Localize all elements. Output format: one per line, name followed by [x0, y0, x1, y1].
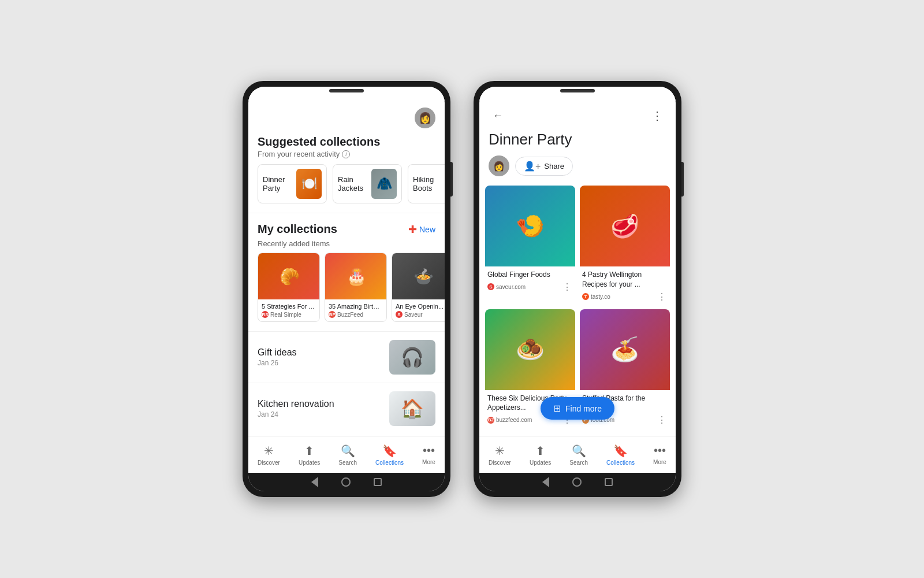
nav-more-label-2: More	[653, 459, 666, 465]
collection-info-1: Gift ideas Jan 26	[258, 347, 389, 367]
collection-name-1: Gift ideas	[258, 347, 389, 358]
grid-card-2[interactable]: 🥩 4 Pastry Wellington Recipes for your .…	[580, 186, 670, 305]
grid-card-1[interactable]: 🍤 Global Finger Foods S saveur.com ⋮	[485, 186, 575, 305]
grid-card-more-2[interactable]: ⋮	[656, 291, 668, 302]
android-nav-1	[248, 473, 445, 491]
my-collections-section: My collections ✚ New Recently added item…	[248, 218, 445, 434]
source-logo-3: S	[396, 311, 403, 318]
screen-2: ← ⋮ Dinner Party 👩 👤+ Share 🍤	[479, 101, 676, 436]
home-nav-1[interactable]	[341, 477, 351, 487]
nav-updates-label-1: Updates	[299, 460, 320, 466]
nav-discover-2[interactable]: ✳ Discover	[489, 444, 511, 466]
item-info-3: An Eye Openin... S Saveur	[392, 299, 445, 321]
nav-more-2[interactable]: ••• More	[653, 444, 666, 465]
more-button[interactable]: ⋮	[648, 106, 666, 125]
recents-nav-1[interactable]	[374, 478, 382, 486]
item-card-3[interactable]: 🍲 An Eye Openin... S Saveur	[392, 253, 445, 322]
item-title-1: 5 Strategies For A Fab...	[262, 303, 316, 310]
grid-card-img-3: 🧆	[485, 309, 575, 390]
bottom-nav-1: ✳ Discover ⬆ Updates 🔍 Search 🔖 Collecti…	[248, 436, 445, 473]
nav-collections-1[interactable]: 🔖 Collections	[375, 444, 404, 466]
screen-1: 👩 Suggested collections From your recent…	[248, 101, 445, 436]
nav-updates-1[interactable]: ⬆ Updates	[299, 444, 320, 466]
suggested-card-label: Dinner Party	[263, 175, 293, 192]
collection-gift-ideas[interactable]: Gift ideas Jan 26 🎧	[248, 331, 445, 383]
nav-collections-label-2: Collections	[606, 460, 635, 466]
home-nav-2[interactable]	[572, 477, 582, 487]
find-more-icon: ⊞	[553, 403, 561, 414]
nav-search-1[interactable]: 🔍 Search	[338, 444, 357, 466]
collection-thumb-1: 🎧	[389, 340, 435, 375]
back-nav-1[interactable]	[311, 477, 318, 487]
suggested-card-thumb: 🍽️	[296, 169, 322, 199]
updates-icon-2: ⬆	[535, 444, 545, 458]
new-label: New	[419, 225, 435, 234]
owner-avatar: 👩	[489, 155, 509, 176]
nav-more-1[interactable]: ••• More	[422, 444, 435, 465]
suggested-card-rain-jackets[interactable]: Rain Jackets 🧥	[333, 164, 402, 203]
item-source-2: BF BuzzFeed	[329, 311, 383, 318]
suggested-subtitle: From your recent activity i	[248, 150, 445, 164]
item-title-2: 35 Amazing Birthcake...	[329, 303, 383, 310]
item-source-1: RS Real Simple	[262, 311, 316, 318]
grid-card-more-4[interactable]: ⋮	[656, 414, 668, 425]
nav-search-label-1: Search	[338, 460, 357, 466]
avatar[interactable]: 👩	[415, 108, 435, 128]
page-title: Dinner Party	[479, 131, 676, 155]
more-icon-1: •••	[423, 444, 435, 457]
nav-search-2[interactable]: 🔍 Search	[569, 444, 588, 466]
search-icon-1: 🔍	[341, 444, 355, 458]
item-card-2[interactable]: 🎂 35 Amazing Birthcake... BF BuzzFeed	[325, 253, 387, 322]
discover-icon-2: ✳	[495, 444, 505, 458]
collection-info-2: Kitchen renovation Jan 24	[258, 399, 389, 418]
collection-date-1: Jan 26	[258, 359, 389, 367]
item-thumb-2: 🎂	[325, 253, 387, 299]
recents-nav-2[interactable]	[605, 478, 613, 486]
updates-icon-1: ⬆	[304, 444, 314, 458]
find-more-label: Find more	[565, 404, 602, 413]
share-button[interactable]: 👤+ Share	[515, 157, 573, 176]
item-card-1[interactable]: 🥐 5 Strategies For A Fab... RS Real Simp…	[258, 253, 320, 322]
item-title-3: An Eye Openin...	[396, 303, 445, 310]
collection-thumb-2: 🏠	[389, 391, 435, 426]
back-button[interactable]: ←	[489, 106, 507, 125]
source-logo-1: RS	[262, 311, 269, 318]
nav-discover-1[interactable]: ✳ Discover	[258, 444, 280, 466]
info-icon[interactable]: i	[342, 150, 350, 158]
my-collections-header: My collections ✚ New	[248, 218, 445, 238]
back-nav-2[interactable]	[542, 477, 549, 487]
collection-date-2: Jan 24	[258, 410, 389, 418]
grid-card-source-row-2: T tasty.co ⋮	[582, 291, 668, 302]
grid-card-more-1[interactable]: ⋮	[561, 281, 573, 292]
nav-collections-label-1: Collections	[375, 460, 404, 466]
source-logo-bz: BZ	[487, 417, 494, 424]
status-bar-1	[248, 87, 445, 101]
find-more-button[interactable]: ⊞ Find more	[541, 397, 614, 420]
grid-card-title-2: 4 Pastry Wellington Recipes for your ...	[582, 270, 668, 290]
search-icon-2: 🔍	[572, 444, 586, 458]
suggested-card-dinner-party[interactable]: Dinner Party 🍽️	[258, 164, 327, 203]
suggested-card-hiking-boots[interactable]: Hiking Boots 🥾	[408, 164, 445, 203]
nav-updates-2[interactable]: ⬆ Updates	[530, 444, 551, 466]
nav-more-label-1: More	[422, 459, 435, 465]
divider-1	[248, 213, 445, 213]
phone2-header: ← ⋮	[479, 101, 676, 131]
grid-card-img-1: 🍤	[485, 186, 575, 266]
suggested-collections-section: Suggested collections From your recent a…	[248, 133, 445, 213]
side-button	[450, 162, 453, 197]
owner-row: 👩 👤+ Share	[479, 155, 676, 186]
nav-collections-2[interactable]: 🔖 Collections	[606, 444, 635, 466]
item-thumb-3: 🍲	[392, 253, 445, 299]
grid-card-info-1: Global Finger Foods S saveur.com ⋮	[485, 266, 575, 295]
phone-2: ← ⋮ Dinner Party 👩 👤+ Share 🍤	[474, 81, 681, 497]
collection-kitchen-renovation[interactable]: Kitchen renovation Jan 24 🏠	[248, 383, 445, 434]
grid-card-source-1: S saveur.com	[487, 283, 526, 290]
source-logo-s: S	[487, 283, 494, 290]
new-collection-button[interactable]: ✚ New	[408, 223, 435, 236]
suggested-scroll: Dinner Party 🍽️ Rain Jackets 🧥 Hiking Bo…	[248, 164, 445, 213]
item-thumb-1: 🥐	[258, 253, 320, 299]
share-icon: 👤+	[524, 161, 541, 172]
grid-card-title-1: Global Finger Foods	[487, 270, 573, 280]
suggested-card-label-2: Rain Jackets	[338, 175, 368, 192]
nav-discover-label-1: Discover	[258, 460, 280, 466]
